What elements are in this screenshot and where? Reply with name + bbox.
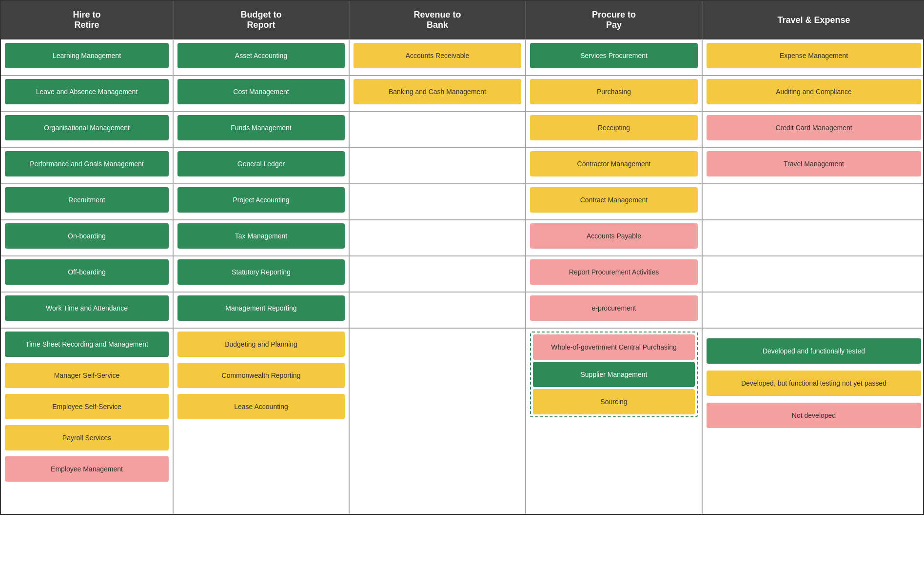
hire-bottom: Time Sheet Recording and ManagementManag… (1, 329, 174, 514)
cell-travel-5 (703, 220, 924, 255)
module-travel-2: Credit Card Management (707, 115, 921, 140)
cell-hire-0: Learning Management (1, 40, 174, 75)
cell-revenue-1: Banking and Cash Management (350, 76, 526, 111)
cell-budget-7: Management Reporting (174, 293, 350, 328)
cell-hire-2: Organisational Management (1, 112, 174, 147)
cell-budget-3: General Ledger (174, 148, 350, 183)
cell-procure-1: Purchasing (526, 76, 703, 111)
cell-hire-7: Work Time and Attendance (1, 293, 174, 328)
module-budget-5: Tax Management (177, 223, 345, 249)
cell-revenue-5 (350, 220, 526, 255)
table-row-1: Leave and Absence ManagementCost Managem… (1, 75, 923, 111)
cell-travel-2: Credit Card Management (703, 112, 924, 147)
cell-procure-7: e-procurement (526, 293, 703, 328)
procure-bottom: Whole-of-government Central PurchasingSu… (526, 329, 703, 514)
header-revenue: Revenue toBank (350, 1, 526, 39)
module-procure-3: Contractor Management (530, 151, 698, 176)
hire-bottom-item-2: Employee Self-Service (5, 394, 169, 419)
module-budget-0: Asset Accounting (177, 43, 345, 68)
cell-budget-1: Cost Management (174, 76, 350, 111)
cell-hire-3: Performance and Goals Management (1, 148, 174, 183)
main-table: Hire toRetire Budget toReport Revenue to… (0, 0, 924, 515)
module-budget-4: Project Accounting (177, 187, 345, 213)
cell-revenue-0: Accounts Receivable (350, 40, 526, 75)
module-hire-3: Performance and Goals Management (5, 151, 169, 176)
cell-budget-6: Statutory Reporting (174, 256, 350, 292)
module-hire-1: Leave and Absence Management (5, 79, 169, 104)
procure-dashed-item-1: Supplier Management (533, 362, 695, 387)
table-row-5: On-boardingTax ManagementAccounts Payabl… (1, 219, 923, 255)
cell-budget-4: Project Accounting (174, 184, 350, 219)
module-budget-1: Cost Management (177, 79, 345, 104)
cell-hire-4: Recruitment (1, 184, 174, 219)
cell-procure-0: Services Procurement (526, 40, 703, 75)
module-budget-7: Management Reporting (177, 295, 345, 321)
module-procure-0: Services Procurement (530, 43, 698, 68)
procure-dashed-item-2: Sourcing (533, 389, 695, 414)
table-row-7: Work Time and AttendanceManagement Repor… (1, 292, 923, 328)
module-hire-0: Learning Management (5, 43, 169, 68)
module-procure-7: e-procurement (530, 295, 698, 321)
module-procure-4: Contract Management (530, 187, 698, 213)
module-hire-4: Recruitment (5, 187, 169, 213)
cell-travel-7 (703, 293, 924, 328)
legend-item-0: Developed and functionally tested (707, 338, 921, 364)
module-hire-2: Organisational Management (5, 115, 169, 140)
module-procure-1: Purchasing (530, 79, 698, 104)
module-hire-6: Off-boarding (5, 259, 169, 285)
cell-travel-1: Auditing and Compliance (703, 76, 924, 111)
module-hire-7: Work Time and Attendance (5, 295, 169, 321)
cell-travel-3: Travel Management (703, 148, 924, 183)
cell-travel-4 (703, 184, 924, 219)
hire-bottom-item-1: Manager Self-Service (5, 363, 169, 388)
table-row-4: RecruitmentProject AccountingContract Ma… (1, 183, 923, 219)
cell-revenue-2 (350, 112, 526, 147)
procure-dashed-item-0: Whole-of-government Central Purchasing (533, 334, 695, 360)
cell-travel-6 (703, 256, 924, 292)
procure-dashed-region: Whole-of-government Central PurchasingSu… (530, 332, 698, 417)
revenue-bottom (350, 329, 526, 514)
module-travel-3: Travel Management (707, 151, 921, 176)
cell-procure-3: Contractor Management (526, 148, 703, 183)
module-procure-5: Accounts Payable (530, 223, 698, 249)
header-hire: Hire toRetire (1, 1, 174, 39)
module-procure-6: Report Procurement Activities (530, 259, 698, 285)
cell-hire-5: On-boarding (1, 220, 174, 255)
module-budget-3: General Ledger (177, 151, 345, 176)
module-revenue-1: Banking and Cash Management (354, 79, 521, 104)
table-row-3: Performance and Goals ManagementGeneral … (1, 147, 923, 183)
legend-item-2: Not developed (707, 403, 921, 428)
travel-legend-col: Developed and functionally testedDevelop… (703, 329, 924, 514)
cell-procure-4: Contract Management (526, 184, 703, 219)
bottom-section: Time Sheet Recording and ManagementManag… (1, 328, 923, 514)
legend-item-1: Developed, but functional testing not ye… (707, 371, 921, 396)
budget-bottom-item-0: Budgeting and Planning (177, 332, 345, 357)
cell-hire-6: Off-boarding (1, 256, 174, 292)
module-budget-6: Statutory Reporting (177, 259, 345, 285)
cell-revenue-7 (350, 293, 526, 328)
cell-revenue-4 (350, 184, 526, 219)
module-hire-5: On-boarding (5, 223, 169, 249)
header-budget: Budget toReport (174, 1, 350, 39)
cell-procure-2: Receipting (526, 112, 703, 147)
module-travel-0: Expense Management (707, 43, 921, 68)
module-revenue-0: Accounts Receivable (354, 43, 521, 68)
cell-budget-0: Asset Accounting (174, 40, 350, 75)
hire-bottom-item-4: Employee Management (5, 456, 169, 482)
header-travel: Travel & Expense (703, 1, 924, 39)
budget-bottom-item-2: Lease Accounting (177, 394, 345, 419)
cell-budget-5: Tax Management (174, 220, 350, 255)
rows-container: Learning ManagementAsset AccountingAccou… (1, 39, 923, 328)
hire-bottom-item-3: Payroll Services (5, 425, 169, 450)
module-procure-2: Receipting (530, 115, 698, 140)
header-procure: Procure toPay (526, 1, 703, 39)
cell-procure-5: Accounts Payable (526, 220, 703, 255)
table-row-2: Organisational ManagementFunds Managemen… (1, 111, 923, 147)
cell-budget-2: Funds Management (174, 112, 350, 147)
cell-procure-6: Report Procurement Activities (526, 256, 703, 292)
module-travel-1: Auditing and Compliance (707, 79, 921, 104)
module-budget-2: Funds Management (177, 115, 345, 140)
cell-revenue-6 (350, 256, 526, 292)
table-row-6: Off-boardingStatutory ReportingReport Pr… (1, 255, 923, 292)
cell-hire-1: Leave and Absence Management (1, 76, 174, 111)
